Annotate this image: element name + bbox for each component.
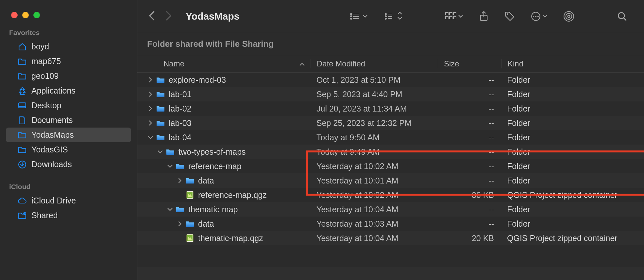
cell-kind: Folder bbox=[501, 75, 644, 85]
back-button[interactable] bbox=[149, 11, 155, 22]
file-name: lab-02 bbox=[169, 104, 192, 114]
column-headers: Name Date Modified Size Kind bbox=[137, 55, 644, 73]
close-button[interactable] bbox=[11, 12, 18, 18]
file-name: two-types-of-maps bbox=[178, 147, 246, 157]
sidebar-item-applications[interactable]: Applications bbox=[6, 83, 131, 98]
header-size[interactable]: Size bbox=[438, 59, 501, 68]
airdrop-button[interactable] bbox=[559, 11, 579, 22]
empty-space bbox=[137, 267, 644, 280]
cell-name: thematic-map.qgz bbox=[147, 234, 311, 243]
cell-name: two-types-of-maps bbox=[147, 147, 311, 157]
file-name: thematic-map.qgz bbox=[198, 234, 263, 243]
svg-point-15 bbox=[385, 18, 386, 19]
disclosure-open-icon[interactable] bbox=[147, 135, 154, 139]
disclosure-open-icon[interactable] bbox=[157, 150, 163, 154]
file-name: reference-map.qgz bbox=[198, 190, 267, 200]
header-date[interactable]: Date Modified bbox=[311, 59, 438, 68]
main-pane: YodasMaps bbox=[137, 0, 644, 280]
cell-date: Sep 5, 2023 at 4:40 PM bbox=[311, 90, 437, 99]
sidebar-item-icloud-drive[interactable]: iCloud Drive bbox=[6, 193, 131, 208]
file-row[interactable]: two-types-of-mapsToday at 9:49 AM--Folde… bbox=[137, 145, 644, 159]
search-button[interactable] bbox=[613, 11, 632, 21]
file-row[interactable]: lab-01Sep 5, 2023 at 4:40 PM--Folder bbox=[137, 87, 644, 101]
sidebar-item-map675[interactable]: map675 bbox=[6, 54, 131, 69]
disclosure-closed-icon[interactable] bbox=[147, 92, 154, 97]
view-grouping-button[interactable] bbox=[345, 12, 372, 21]
minimize-button[interactable] bbox=[22, 12, 29, 18]
svg-rect-19 bbox=[453, 12, 456, 15]
sidebar-item-yodasmaps[interactable]: YodasMaps bbox=[6, 128, 131, 142]
file-row[interactable]: lab-03Sep 25, 2023 at 12:32 PM--Folder bbox=[137, 116, 644, 130]
svg-point-26 bbox=[533, 16, 534, 17]
svg-point-29 bbox=[568, 15, 570, 18]
cell-size: -- bbox=[437, 176, 501, 185]
view-layout-button[interactable] bbox=[441, 12, 467, 21]
disclosure-open-icon[interactable] bbox=[167, 207, 173, 211]
folder-icon bbox=[176, 206, 184, 213]
sidebar-item-downloads[interactable]: Downloads bbox=[6, 157, 131, 172]
cell-name: lab-01 bbox=[147, 90, 311, 99]
share-button[interactable] bbox=[475, 11, 493, 22]
sidebar-item-documents[interactable]: Documents bbox=[6, 113, 131, 128]
file-name: lab-01 bbox=[169, 90, 192, 99]
cell-kind: QGIS Project zipped container bbox=[501, 234, 644, 243]
cell-size: -- bbox=[437, 162, 501, 171]
disclosure-closed-icon[interactable] bbox=[147, 120, 154, 126]
cell-name: reference-map.qgz bbox=[147, 190, 311, 200]
view-sort-button[interactable] bbox=[379, 12, 407, 21]
sidebar: Favoritesboydmap675geo109ApplicationsDes… bbox=[0, 0, 137, 280]
cell-name: data bbox=[147, 219, 311, 229]
file-row[interactable]: dataYesterday at 10:03 AM--Folder bbox=[137, 217, 644, 231]
cell-kind: Folder bbox=[501, 133, 644, 142]
file-row[interactable]: lab-04Today at 9:50 AM--Folder bbox=[137, 130, 644, 145]
file-row[interactable]: dataYesterday at 10:01 AM--Folder bbox=[137, 173, 644, 188]
file-row[interactable]: explore-mod-03Oct 1, 2023 at 5:10 PM--Fo… bbox=[137, 73, 644, 87]
cell-size: -- bbox=[437, 118, 501, 128]
shared-folder-icon bbox=[18, 211, 27, 220]
cell-kind: Folder bbox=[501, 219, 644, 229]
qgis-file-icon bbox=[186, 235, 194, 242]
disclosure-closed-icon[interactable] bbox=[177, 221, 183, 226]
actions-button[interactable] bbox=[526, 11, 552, 21]
sidebar-item-shared[interactable]: Shared bbox=[6, 208, 131, 223]
file-row[interactable]: thematic-mapYesterday at 10:04 AM--Folde… bbox=[137, 202, 644, 217]
header-kind[interactable]: Kind bbox=[501, 59, 644, 68]
cell-kind: Folder bbox=[501, 162, 644, 171]
svg-point-24 bbox=[507, 13, 508, 15]
cell-name: data bbox=[147, 176, 311, 185]
chevron-down-icon bbox=[458, 13, 463, 19]
disclosure-closed-icon[interactable] bbox=[177, 178, 183, 183]
sidebar-item-label: Shared bbox=[31, 211, 58, 220]
header-name[interactable]: Name bbox=[147, 59, 311, 68]
tags-button[interactable] bbox=[500, 11, 519, 21]
file-name: thematic-map bbox=[188, 205, 238, 214]
cell-date: Yesterday at 10:04 AM bbox=[311, 234, 437, 243]
sidebar-section-label: iCloud bbox=[0, 180, 137, 193]
sidebar-item-yodasgis[interactable]: YodasGIS bbox=[6, 142, 131, 157]
sidebar-item-desktop[interactable]: Desktop bbox=[6, 98, 131, 113]
file-row[interactable]: thematic-map.qgzYesterday at 10:04 AM20 … bbox=[137, 231, 644, 245]
sidebar-item-geo109[interactable]: geo109 bbox=[6, 69, 131, 83]
disclosure-open-icon[interactable] bbox=[167, 164, 173, 168]
svg-point-13 bbox=[385, 16, 386, 17]
sidebar-section-label: Favorites bbox=[0, 26, 137, 39]
cell-kind: Folder bbox=[501, 90, 644, 99]
file-row[interactable]: lab-02Jul 20, 2023 at 11:34 AM--Folder bbox=[137, 101, 644, 116]
sidebar-item-label: YodasMaps bbox=[31, 130, 74, 140]
cell-date: Yesterday at 10:01 AM bbox=[311, 176, 437, 185]
folder-icon bbox=[18, 131, 27, 140]
forward-button[interactable] bbox=[165, 11, 171, 22]
folder-icon bbox=[156, 76, 165, 83]
disclosure-closed-icon[interactable] bbox=[147, 77, 154, 82]
nav-arrows bbox=[149, 11, 171, 22]
file-row[interactable]: reference-mapYesterday at 10:02 AM--Fold… bbox=[137, 159, 644, 173]
disclosure-closed-icon[interactable] bbox=[147, 106, 154, 111]
sidebar-item-boyd[interactable]: boyd bbox=[6, 39, 131, 54]
cell-name: explore-mod-03 bbox=[147, 75, 311, 85]
svg-rect-17 bbox=[446, 12, 448, 15]
doc-icon bbox=[18, 116, 27, 125]
sidebar-item-label: map675 bbox=[31, 57, 61, 66]
zoom-button[interactable] bbox=[33, 12, 40, 18]
file-row[interactable]: reference-map.qgzYesterday at 10:02 AM36… bbox=[137, 188, 644, 202]
sidebar-item-label: Desktop bbox=[31, 101, 61, 110]
